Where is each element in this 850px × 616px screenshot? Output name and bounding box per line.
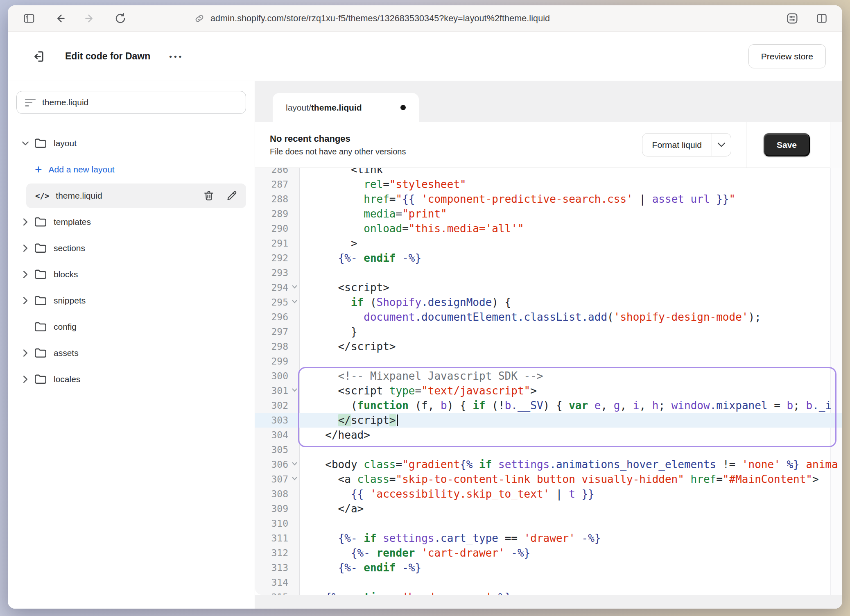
unsaved-dot	[400, 105, 406, 110]
url-text: admin.shopify.com/store/rzq1xu-f5/themes…	[210, 14, 550, 24]
pencil-icon[interactable]	[226, 190, 238, 202]
fold-chevron-icon[interactable]	[292, 299, 298, 303]
chevron-right-icon[interactable]	[20, 375, 31, 383]
fold-chevron-icon[interactable]	[292, 285, 298, 289]
code-line-299[interactable]: 299	[255, 354, 842, 369]
chevron-right-icon[interactable]	[20, 270, 31, 279]
folder-label: sections	[54, 243, 85, 253]
code-line-313[interactable]: 313 {%- endif -%}	[255, 560, 842, 575]
code-line-312[interactable]: 312 {%- render 'cart-drawer' -%}	[255, 546, 842, 560]
fold-chevron-icon[interactable]	[292, 476, 298, 480]
sidebar-folder-sections[interactable]: sections	[8, 235, 255, 261]
code-line-300[interactable]: 300 <!-- Mixpanel Javascript SDK -->	[255, 369, 842, 383]
more-menu-icon[interactable]: •••	[169, 52, 183, 61]
code-line-296[interactable]: 296 document.documentElement.classList.a…	[255, 310, 842, 324]
sidebar-add-layout[interactable]: +Add a new layout	[8, 156, 255, 183]
code-line-287[interactable]: 287 rel="stylesheet"	[255, 177, 842, 192]
line-number: 299	[255, 354, 300, 369]
chevron-down-icon[interactable]	[20, 141, 31, 146]
back-icon[interactable]	[54, 13, 66, 24]
code-line-305[interactable]: 305	[255, 442, 842, 457]
code-line-310[interactable]: 310	[255, 516, 842, 531]
version-band: No recent changes File does not have any…	[255, 122, 842, 168]
app-header: Edit code for Dawn ••• Preview store	[8, 32, 842, 81]
sidebar-file-theme-liquid[interactable]: </>theme.liquid	[26, 183, 246, 208]
address-bar[interactable]: admin.shopify.com/store/rzq1xu-f5/themes…	[194, 5, 550, 32]
line-number: 308	[255, 487, 300, 501]
line-number: 292	[255, 251, 300, 265]
page-title: Edit code for Dawn	[65, 51, 150, 62]
chevron-right-icon[interactable]	[20, 218, 31, 226]
sidebar-folder-config[interactable]: config	[8, 314, 255, 340]
code-line-295[interactable]: 295 if (Shopify.designMode) {	[255, 295, 842, 310]
search-input[interactable]	[42, 97, 237, 107]
code-line-311[interactable]: 311 {%- if settings.cart_type == 'drawer…	[255, 531, 842, 546]
code-line-307[interactable]: 307 <a class="skip-to-content-link butto…	[255, 472, 842, 487]
line-number: 315	[255, 590, 300, 595]
sidebar-folder-locales[interactable]: locales	[8, 366, 255, 392]
line-number: 288	[255, 192, 300, 206]
folder-icon	[34, 374, 47, 385]
sidebar-folder-blocks[interactable]: blocks	[8, 261, 255, 288]
file-search[interactable]	[16, 91, 246, 114]
sidebar-folder-layout[interactable]: layout	[8, 130, 255, 156]
line-number: 286	[255, 168, 300, 177]
fold-chevron-icon[interactable]	[292, 462, 298, 466]
code-line-302[interactable]: 302 (function (f, b) { if (!b.__SV) { va…	[255, 398, 842, 413]
code-line-294[interactable]: 294 <script>	[255, 280, 842, 295]
code-line-293[interactable]: 293	[255, 265, 842, 280]
code-line-288[interactable]: 288 href="{{ 'component-predictive-searc…	[255, 192, 842, 206]
code-line-315[interactable]: 315 {% sections 'header-group' %}	[255, 590, 842, 595]
tab-strip: layout/theme.liquid	[255, 81, 842, 122]
save-button[interactable]: Save	[764, 133, 810, 156]
code-line-308[interactable]: 308 {{ 'accessibility.skip_to_text' | t …	[255, 487, 842, 501]
line-number: 297	[255, 324, 300, 339]
folder-label: config	[54, 322, 77, 332]
preview-store-button[interactable]: Preview store	[748, 44, 826, 68]
sidebar-toggle-icon[interactable]	[23, 12, 36, 25]
tab-theme-liquid[interactable]: layout/theme.liquid	[273, 93, 419, 122]
code-line-303[interactable]: 303 </script>	[255, 413, 842, 428]
divider	[746, 122, 746, 168]
code-line-309[interactable]: 309 </a>	[255, 501, 842, 516]
code-line-292[interactable]: 292 {%- endif -%}	[255, 251, 842, 265]
filter-icon	[25, 99, 36, 106]
folder-label: blocks	[54, 270, 78, 279]
sidebar-folder-snippets[interactable]: snippets	[8, 288, 255, 314]
format-liquid-button[interactable]: Format liquid	[642, 133, 731, 156]
code-line-297[interactable]: 297 }	[255, 324, 842, 339]
code-line-289[interactable]: 289 media="print"	[255, 206, 842, 221]
line-number: 295	[255, 295, 300, 310]
line-number: 300	[255, 369, 300, 383]
code-line-304[interactable]: 304 </head>	[255, 428, 842, 442]
line-number: 298	[255, 339, 300, 354]
folder-icon	[34, 295, 47, 306]
folder-label: snippets	[54, 296, 86, 306]
shortcuts-icon[interactable]	[786, 12, 799, 25]
code-line-306[interactable]: 306 <body class="gradient{% if settings.…	[255, 457, 842, 472]
sidebar-folder-assets[interactable]: assets	[8, 340, 255, 366]
code-line-298[interactable]: 298 </script>	[255, 339, 842, 354]
code-line-286[interactable]: 286 <link	[255, 168, 842, 177]
code-editor[interactable]: 286 <link287 rel="stylesheet"288 href="{…	[255, 168, 842, 595]
chevron-right-icon[interactable]	[20, 349, 31, 357]
browser-window: admin.shopify.com/store/rzq1xu-f5/themes…	[8, 5, 842, 609]
sidebar-folder-templates[interactable]: templates	[8, 209, 255, 235]
exit-icon[interactable]	[31, 49, 45, 64]
code-line-301[interactable]: 301 <script type="text/javascript">	[255, 383, 842, 398]
reload-icon[interactable]	[114, 12, 127, 25]
chevron-right-icon[interactable]	[20, 297, 31, 305]
code-line-291[interactable]: 291 >	[255, 236, 842, 251]
fold-chevron-icon[interactable]	[292, 388, 298, 392]
format-liquid-label[interactable]: Format liquid	[642, 134, 712, 156]
line-number: 296	[255, 310, 300, 324]
forward-icon[interactable]	[84, 13, 96, 24]
line-number: 287	[255, 177, 300, 192]
code-line-314[interactable]: 314	[255, 575, 842, 590]
trash-icon[interactable]	[203, 190, 215, 202]
code-line-290[interactable]: 290 onload="this.media='all'"	[255, 221, 842, 236]
folder-label: templates	[54, 217, 91, 227]
chevron-down-icon[interactable]	[712, 134, 731, 156]
chevron-right-icon[interactable]	[20, 244, 31, 252]
split-view-icon[interactable]	[815, 12, 828, 25]
